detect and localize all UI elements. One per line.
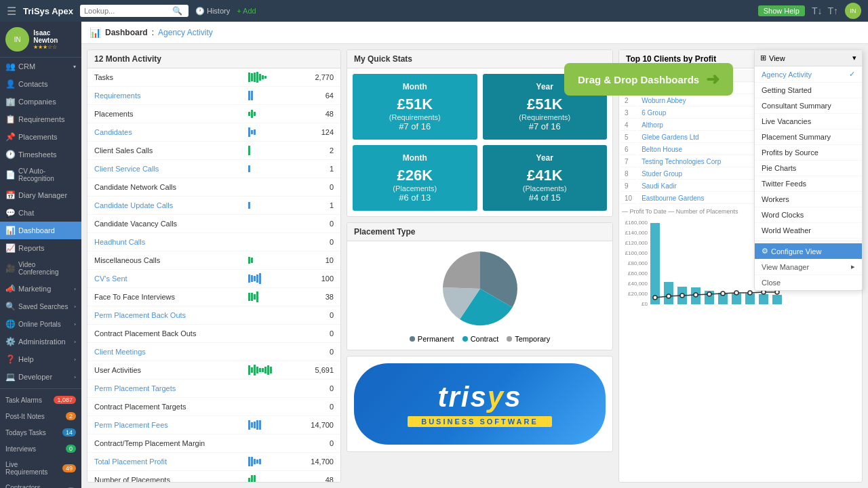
sidebar-item-timesheets[interactable]: 🕐 Timesheets: [0, 146, 81, 163]
search-box[interactable]: 🔍: [80, 5, 189, 17]
user-stars: ★★★☆☆: [33, 44, 76, 50]
sidebar-contractors[interactable]: Contractors Working 6: [0, 480, 81, 488]
user-avatar-top[interactable]: IN: [845, 3, 861, 19]
sidebar-item-marketing[interactable]: 📣 Marketing ›: [0, 280, 81, 298]
list-item: Face To Face Interviews38: [87, 288, 340, 306]
contacts-icon: 👤: [5, 79, 15, 89]
dropdown-pie-charts[interactable]: Pie Charts: [755, 161, 862, 176]
sidebar-interviews[interactable]: Interviews 0: [0, 441, 81, 457]
list-item: Headhunt Calls0: [87, 233, 340, 251]
list-item: Requirements64: [87, 87, 340, 105]
stat-rank-4: #4 of 15: [491, 192, 599, 203]
stat-card-month-req: Month £51K (Requirements) #7 of 16: [353, 74, 477, 140]
dropdown-twitter-feeds[interactable]: Twitter Feeds: [755, 176, 862, 192]
dropdown-world-weather[interactable]: World Weather: [755, 223, 862, 239]
sidebar-item-crm[interactable]: 👥 CRM ▾: [0, 58, 81, 75]
dropdown-placement-summary[interactable]: Placement Summary: [755, 129, 862, 145]
trisys-sub: BUSINESS SOFTWARE: [408, 416, 552, 427]
list-item: User Activities5,691: [87, 361, 340, 380]
dnd-banner: Drag & Drop Dashboards ➜: [564, 63, 733, 96]
list-item: Client Sales Calls2: [87, 142, 340, 160]
dropdown-workers[interactable]: Workers: [755, 192, 862, 207]
sidebar-item-chat[interactable]: 💬 Chat: [0, 204, 81, 222]
search-icon[interactable]: 🔍: [172, 6, 182, 16]
requirements-icon: 📋: [5, 115, 15, 124]
sidebar-item-portals[interactable]: 🌐 Online Portals ›: [0, 315, 81, 333]
hamburger-icon[interactable]: ☰: [7, 5, 16, 18]
list-item: Tasks2,770: [87, 68, 340, 87]
marketing-icon: 📣: [5, 284, 15, 293]
stat-period-3: Month: [361, 153, 469, 163]
view-button[interactable]: ⊞ View ▾: [755, 50, 862, 66]
dropdown-consultant-summary[interactable]: Consultant Summary: [755, 98, 862, 114]
task-alarms-badge: 1,087: [54, 396, 76, 404]
stat-rank-2: #7 of 16: [491, 121, 599, 131]
rank-cell: 7: [620, 157, 636, 167]
sidebar-item-cv-auto[interactable]: 📄 CV Auto-Recognition: [0, 163, 81, 186]
trisys-logo-panel: trisys BUSINESS SOFTWARE: [347, 356, 613, 452]
developer-icon: 💻: [5, 372, 15, 382]
close-button[interactable]: Close: [755, 275, 862, 290]
list-item: Placements48: [87, 105, 340, 123]
sidebar-item-dashboard[interactable]: 📊 Dashboard: [0, 222, 81, 239]
dot-6: [721, 291, 725, 296]
sidebar-item-developer[interactable]: 💻 Developer ›: [0, 368, 81, 386]
svg-text:£40,000: £40,000: [628, 281, 648, 287]
sidebar-item-video[interactable]: 🎥 Video Conferencing: [0, 257, 81, 280]
stat-amount-3: £26K: [361, 167, 469, 184]
content-body: 12 Month Activity Tasks2,770Requirements…: [81, 44, 868, 488]
breadcrumb-icon: 📊: [90, 27, 101, 38]
sidebar-item-reports[interactable]: 📈 Reports: [0, 239, 81, 257]
history-button[interactable]: 🕐 History: [195, 7, 230, 16]
add-button[interactable]: + Add: [237, 7, 256, 15]
sidebar-item-diary[interactable]: 📅 Diary Manager: [0, 186, 81, 204]
sidebar-todays-tasks[interactable]: Todays Tasks 14: [0, 424, 81, 441]
sidebar-post-it-notes[interactable]: Post-It Notes 2: [0, 408, 81, 424]
sidebar-item-saved-searches[interactable]: 🔍 Saved Searches ›: [0, 298, 81, 315]
chevron-down-icon2: ▾: [852, 54, 856, 62]
dropdown-word-clocks[interactable]: Word Clocks: [755, 207, 862, 223]
rank-cell: 4: [620, 120, 636, 131]
sidebar-item-contacts[interactable]: 👤 Contacts: [0, 75, 81, 93]
font-increase-icon[interactable]: T↑: [827, 5, 838, 16]
timesheets-icon: 🕐: [5, 150, 15, 159]
sidebar-item-admin[interactable]: ⚙️ Administration ›: [0, 333, 81, 350]
stat-rank-3: #6 of 13: [361, 192, 469, 203]
svg-text:£100,000: £100,000: [625, 250, 648, 256]
dropdown-profits-by-source[interactable]: Profits by Source: [755, 145, 862, 161]
show-help-button[interactable]: Show Help: [758, 5, 805, 16]
list-item: Client Meetings0: [87, 343, 340, 361]
stat-period-1: Month: [361, 82, 469, 92]
stat-card-month-place: Month £26K (Placements) #6 of 13: [353, 145, 477, 211]
dropdown-agency-activity[interactable]: Agency Activity ✓: [755, 66, 862, 83]
sidebar-task-alarms[interactable]: Task Alarms 1,087: [0, 392, 81, 408]
svg-text:£0: £0: [642, 301, 648, 307]
legend-temporary: Temporary: [507, 335, 550, 343]
font-decrease-icon[interactable]: T↓: [812, 5, 823, 16]
dropdown-getting-started[interactable]: Getting Started: [755, 83, 862, 98]
dropdown-live-vacancies[interactable]: Live Vacancies: [755, 114, 862, 129]
breadcrumb-page: Agency Activity: [158, 28, 213, 37]
placement-type-header: Placement Type: [347, 223, 612, 241]
reports-icon: 📈: [5, 243, 15, 253]
pie-legend: Permanent Contract Temporary: [410, 335, 550, 343]
crm-icon: 👥: [5, 62, 15, 71]
check-icon: ✓: [849, 70, 855, 79]
bar-eastbourne: [772, 295, 782, 304]
bar-sandringham: [650, 223, 660, 304]
companies-icon: 🏢: [5, 97, 15, 106]
view-manager-button[interactable]: View Manager ▸: [755, 259, 862, 275]
svg-text:£120,000: £120,000: [625, 240, 648, 246]
list-item: Contract Placement Targets0: [87, 398, 340, 416]
dot-7: [734, 291, 738, 295]
rank-cell: 8: [620, 169, 636, 180]
sidebar-item-requirements[interactable]: 📋 Requirements: [0, 110, 81, 128]
sidebar-live-requirements[interactable]: Live Requirements 49: [0, 457, 81, 480]
search-input[interactable]: [84, 7, 172, 15]
chat-icon: 💬: [5, 208, 15, 218]
sidebar-item-companies[interactable]: 🏢 Companies: [0, 93, 81, 110]
placement-type-panel: Placement Type Permanent: [347, 222, 613, 350]
sidebar-item-help[interactable]: ❓ Help ›: [0, 350, 81, 368]
sidebar-item-placements[interactable]: 📌 Placements: [0, 128, 81, 146]
configure-view-button[interactable]: ⚙ Configure View: [755, 243, 862, 259]
